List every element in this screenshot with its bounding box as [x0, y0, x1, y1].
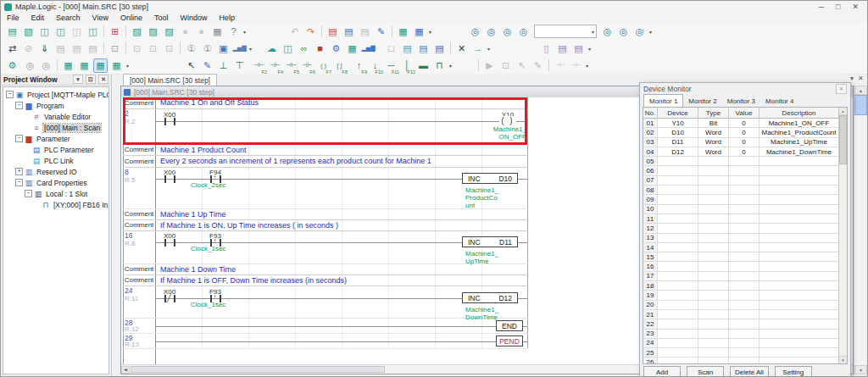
print-icon[interactable]: ▦	[210, 25, 225, 39]
rung-row[interactable]: 16 R.8 X00 F93 Clock_1sec INC D11 Machin…	[123, 231, 528, 264]
purple-doc-add-icon[interactable]: ▤	[571, 42, 586, 56]
find-tools-dropdown-icon[interactable]: ▾	[649, 29, 652, 35]
edit-tools-dropdown-icon[interactable]: ▾	[429, 29, 431, 35]
check-tools-dropdown-icon[interactable]: ▾	[487, 46, 490, 52]
program-settings-icon[interactable]: ⚙	[5, 58, 19, 73]
plc-connect-icon[interactable]: ◫	[281, 42, 295, 56]
find-next-icon[interactable]: ◎	[500, 25, 515, 39]
calculator-icon[interactable]: ▦	[345, 42, 359, 56]
comment-row[interactable]: Comment If Machine 1 is OFF, Down Time i…	[123, 275, 528, 286]
monitor-row[interactable]: 01Y10Bit0Machine1_ON_OFF	[643, 119, 847, 128]
clear-tools-dropdown-icon[interactable]: ▾	[588, 46, 591, 52]
new-window-icon[interactable]: □	[384, 42, 398, 56]
help-icon[interactable]: ?	[226, 25, 241, 39]
no-contact-symbol[interactable]	[164, 239, 175, 247]
comment-row[interactable]: Comment Machine 1 Down Time	[123, 264, 528, 275]
comment-row[interactable]: Comment Machine 1 Up Time	[123, 209, 528, 220]
tree-expand-icon[interactable]: −	[15, 135, 23, 142]
or-no-contact-tool-icon[interactable]: ⊣⊢F5	[284, 58, 298, 73]
doc-verify-icon[interactable]: ▤	[432, 42, 447, 56]
monitor-row[interactable]: 18	[643, 281, 847, 291]
or-nc-contact-tool-icon[interactable]: ⊣⊢F6	[300, 58, 314, 73]
tree-item[interactable]: −▥Card Properties	[3, 177, 108, 188]
scroll-down-icon[interactable]: ▼	[839, 356, 847, 363]
close-button[interactable]: ✕	[852, 3, 859, 11]
find-icon[interactable]: ◎	[468, 25, 482, 39]
purple-doc-icon[interactable]: ▤	[555, 42, 570, 56]
find-device-icon[interactable]: ◎	[484, 25, 498, 39]
scrollbar-thumb[interactable]	[131, 366, 385, 373]
panel-close-icon[interactable]: ✕	[98, 75, 108, 84]
monitor-row[interactable]: 09	[643, 195, 847, 204]
save-all-icon[interactable]: ◫	[70, 25, 84, 39]
scroll-up-icon[interactable]: ▲	[839, 108, 847, 115]
monitor-row[interactable]: 12	[643, 224, 847, 233]
tree-item[interactable]: ▤PLC Link	[3, 155, 108, 166]
trend-chart-icon[interactable]: ▂▅▇	[232, 42, 247, 56]
monitor-row[interactable]: 11	[643, 214, 847, 224]
no-contact-tool-icon[interactable]: ⊣⊢F2	[252, 58, 266, 73]
monitor-row[interactable]: 13	[643, 234, 847, 243]
pend-instruction-box[interactable]: PEND	[496, 335, 523, 347]
menu-view[interactable]: View	[86, 14, 114, 22]
menu-file[interactable]: File	[1, 14, 25, 22]
download-plc-icon[interactable]: ⇓	[37, 42, 52, 56]
tree-item[interactable]: #Variable Editor	[3, 111, 108, 122]
inc-instruction-box[interactable]: INC D11	[462, 236, 518, 247]
save-as-icon[interactable]: ◫	[53, 25, 68, 39]
rising-edge-tool-icon[interactable]: ↑F9	[352, 58, 366, 73]
comment-row[interactable]: Comment If Machine 1 is ON, Up Time incr…	[123, 220, 528, 231]
history-forward-icon[interactable]: ●	[194, 25, 209, 39]
doc-read-icon[interactable]: ▤	[416, 42, 431, 56]
settings-gear-icon[interactable]: ⚙	[329, 42, 343, 56]
trash-icon[interactable]: ▯	[539, 42, 554, 56]
trend-monitor-icon[interactable]: ⊡	[162, 42, 176, 56]
rung-row[interactable]: 29 R.13 PEND	[123, 334, 528, 349]
menu-edit[interactable]: Edit	[25, 14, 51, 22]
comment-row[interactable]: Comment Machine 1 On and Off Status	[123, 97, 528, 109]
tree-item[interactable]: −▣Project [MQTT-Maple PLC Sampl	[3, 89, 108, 100]
view-grid3-icon[interactable]: ▦	[93, 58, 108, 73]
ladder-tools-dropdown-icon[interactable]: ▾	[449, 63, 452, 69]
branch-up-icon[interactable]: ⊥	[216, 58, 231, 73]
no-contact-symbol[interactable]	[164, 118, 175, 125]
insert-column-icon[interactable]: ▦	[412, 25, 426, 39]
tree-item[interactable]: −▆Parameter	[3, 133, 108, 144]
find-write-icon[interactable]: ◎	[600, 25, 615, 39]
sim-monitor-icon[interactable]: ⊡	[498, 58, 513, 73]
view-grid1-icon[interactable]: ▦	[61, 58, 75, 73]
data-box1-icon[interactable]: ①	[184, 42, 198, 56]
vertical-scrollbar[interactable]: ▲ ▼	[854, 86, 867, 374]
zoom-out-icon[interactable]: ◎	[39, 58, 53, 73]
menu-search[interactable]: Search	[50, 14, 86, 22]
copy-icon[interactable]: ▤	[342, 25, 356, 39]
view-grid2-icon[interactable]: ▦	[77, 58, 92, 73]
tree-item[interactable]: −▥Local : 1 Slot	[3, 188, 108, 199]
monitor-row[interactable]: 23	[643, 330, 847, 339]
scrollbar-thumb[interactable]	[839, 115, 847, 164]
window-monitor-icon[interactable]: ▣	[216, 42, 231, 56]
sim-cursor-icon[interactable]: ↖	[515, 58, 529, 73]
monitor-row[interactable]: 22	[643, 319, 847, 329]
menu-window[interactable]: Window	[174, 14, 213, 22]
monitor-row[interactable]: 17	[643, 272, 847, 281]
scroll-down-icon[interactable]: ▼	[854, 365, 867, 374]
transfer-setup-icon[interactable]: ⇄	[5, 42, 19, 56]
rung-row[interactable]: 28 R.12 END	[123, 319, 528, 334]
hline-tool-icon[interactable]: ─F11	[384, 58, 398, 73]
view-grid4-icon[interactable]: ▦	[109, 58, 124, 73]
scan-button[interactable]: Scan	[687, 366, 724, 377]
data-monitor-icon[interactable]: ⊡	[146, 42, 160, 56]
device-monitor-icon[interactable]: ⊡	[130, 42, 144, 56]
file-tools-dropdown-icon[interactable]: ▾	[243, 29, 246, 35]
tree-item[interactable]: +▥Reserved IO	[3, 166, 108, 177]
scroll-up-icon[interactable]: ▲	[854, 86, 867, 95]
edit-doc-icon[interactable]: ✎	[374, 25, 388, 39]
select-cursor-icon[interactable]: ↖	[184, 58, 198, 73]
combobox-dropdown-icon[interactable]: ▾	[592, 29, 596, 35]
monitor-row[interactable]: 04D12Word0Machine1_DownTime	[643, 147, 847, 157]
zoom-in-icon[interactable]: ◎	[23, 58, 37, 73]
find-prev-icon[interactable]: ◎	[516, 25, 531, 39]
minimize-button[interactable]: ─	[819, 3, 824, 11]
app-instruction-tool-icon[interactable]: [ ]F8	[332, 58, 347, 73]
